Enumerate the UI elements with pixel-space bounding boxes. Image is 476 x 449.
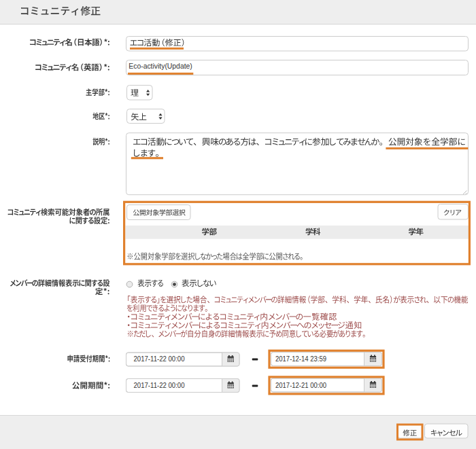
svg-text:2017-11-22 00:00: 2017-11-22 00:00 — [134, 382, 185, 389]
svg-text:2017-11-22 00:00: 2017-11-22 00:00 — [134, 355, 185, 363]
svg-text:Eco-activity(Update): Eco-activity(Update) — [129, 62, 192, 70]
svg-text:2017-12-21 00:00: 2017-12-21 00:00 — [275, 382, 326, 389]
svg-text:2017-12-14 23:59: 2017-12-14 23:59 — [275, 355, 326, 363]
